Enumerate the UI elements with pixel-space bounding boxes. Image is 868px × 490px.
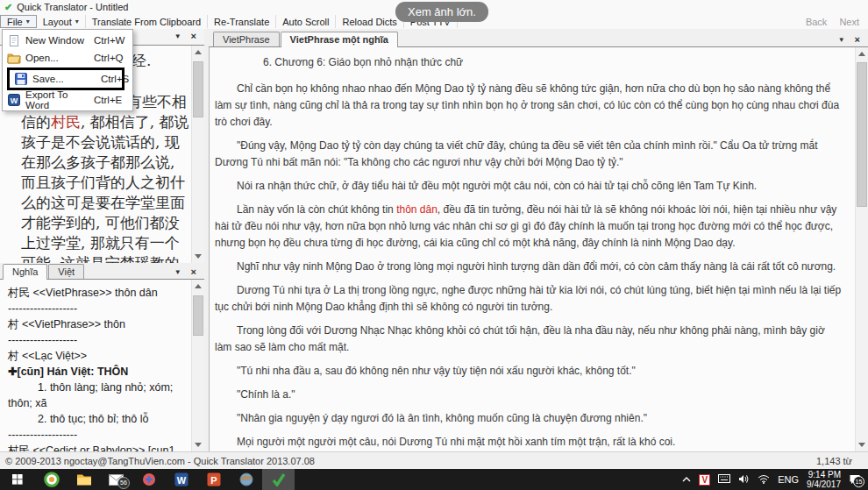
dict-entry: 1. thôn làng; làng nhỏ; xóm; thôn; xã <box>8 380 189 411</box>
globe-browser-icon[interactable] <box>230 469 262 490</box>
file-menu-item-save[interactable]: Save...Ctrl+S <box>7 67 125 90</box>
translation-panel: VietPhraseVietPhrase một nghĩa ▼ × 6. Ch… <box>209 29 868 451</box>
volume-icon[interactable] <box>738 474 750 486</box>
scroll-down-arrow[interactable] <box>192 250 204 263</box>
dict-entry: ✚[cūn] Hán Việt: THÔN <box>8 364 189 380</box>
file-explorer-icon[interactable] <box>68 469 100 490</box>
window-title: Quick Translator - Untitled <box>17 2 128 12</box>
dict-entry: ------------------- <box>8 332 189 348</box>
menu-reload-dicts[interactable]: Reload Dicts <box>336 15 403 28</box>
panel-menu-chevron-icon[interactable]: ▼ <box>174 32 181 40</box>
scroll-up-arrow[interactable] <box>192 46 204 59</box>
scroll-down-arrow[interactable] <box>856 438 868 451</box>
nav-next-button[interactable]: Next <box>839 17 859 27</box>
text-segment: Nói ra nhận thức chữ, ở đây tiểu hài tử … <box>237 180 757 192</box>
dict-entry: 2. thô tục; thô bỉ; thô lỗ <box>8 411 189 427</box>
quick-translator-icon[interactable] <box>262 469 295 490</box>
scroll-down-arrow[interactable] <box>192 438 204 451</box>
start-button[interactable] <box>0 469 35 490</box>
dict-entry: ------------------- <box>8 301 189 316</box>
paragraph: Chỉ cần bọn họ không nhao nhao đến Mộng … <box>215 81 843 131</box>
dictionary-tabstrip: NghĩaViệt ▼ × <box>0 263 204 280</box>
file-menu-item-export-to-word[interactable]: WExport To WordCtrl+E <box>3 91 132 109</box>
word-icon: W <box>3 94 25 106</box>
taskbar-apps: 56WP <box>35 469 295 490</box>
paragraph: Dương Tú nhi tựa ở La thị trong lồng ngự… <box>215 282 843 316</box>
tab-vietphrase-m-t-ngh-a[interactable]: VietPhrase một nghĩa <box>281 32 398 47</box>
status-copyright: © 2009-2013 ngoctay@TangThuVien.com - Qu… <box>5 456 315 466</box>
tab-vietphrase[interactable]: VietPhrase <box>213 32 280 46</box>
tab-vi-t[interactable]: Việt <box>48 264 84 279</box>
paragraph: 6. Chương 6: Giáo bọn nhỏ nhận thức chữ <box>215 54 843 71</box>
tray-chevron-up-icon[interactable] <box>682 474 691 485</box>
menu-item-label: Auto Scroll <box>282 17 329 27</box>
menu-auto-scroll[interactable]: Auto Scroll <box>276 15 336 28</box>
dictionary-scrollbar[interactable] <box>191 280 204 451</box>
file-menu-item-shortcut: Ctrl+Q <box>94 53 132 63</box>
highlighted-word: thôn dân <box>396 203 438 216</box>
svg-text:P: P <box>210 475 217 486</box>
menu-item-label: Reload Dicts <box>342 17 396 27</box>
panel-menu-chevron-icon[interactable]: ▼ <box>174 268 181 276</box>
menu-item-label: File <box>7 17 23 27</box>
powerpoint-icon[interactable]: P <box>197 469 230 490</box>
file-menu-item-shortcut: Ctrl+S <box>101 74 129 84</box>
panel-close-icon[interactable]: × <box>191 266 196 277</box>
tab-ngh-a[interactable]: Nghĩa <box>3 264 47 280</box>
dict-entry: 村民 <<VietPhrase>> thôn dân <box>8 285 189 301</box>
text-segment: "Đúng vậy, Mộng Dao tỷ tỷ còn dạy chúng … <box>215 139 818 168</box>
svg-text:W: W <box>11 96 18 105</box>
paragraph: Nói ra nhận thức chữ, ở đây tiểu hài tử … <box>215 178 843 195</box>
file-menu-item-shortcut: Ctrl+W <box>94 35 132 46</box>
menu-items: File▾Layout▾Translate From ClipboardRe-T… <box>0 14 458 29</box>
scroll-up-arrow[interactable] <box>192 280 204 293</box>
text-segment: , 都相信了, 都说孩子是不会说谎话的, 现在那么多孩子都那么说, 而且孩子们背… <box>21 113 189 263</box>
file-menu-item-new-window[interactable]: New WindowCtrl+W <box>3 32 132 49</box>
file-menu-item-open[interactable]: Open...Ctrl+Q <box>3 49 132 67</box>
wifi-icon[interactable] <box>758 474 770 486</box>
paragraph: "Đúng vậy, Mộng Dao tỷ tỷ còn dạy chúng … <box>215 138 843 171</box>
panel-close-icon[interactable]: × <box>191 31 196 41</box>
paragraph: "Tú nhi nha đầu a, sau đó không nên như … <box>215 363 843 380</box>
coccoc-browser-icon[interactable] <box>35 469 68 490</box>
view-large-image-button[interactable]: Xem ảnh lớn. <box>395 2 488 22</box>
menu-item-label: Layout <box>43 17 72 27</box>
scroll-up-arrow[interactable] <box>856 47 868 60</box>
paragraph: Nghĩ như vậy ninh Mộng Dao ở trong lòng … <box>215 259 843 275</box>
dictionary-content: 村民 <<VietPhrase>> thôn dân--------------… <box>0 280 191 451</box>
menu-re-translate[interactable]: Re-Translate <box>208 15 276 28</box>
touch-keyboard-icon[interactable] <box>718 474 730 485</box>
file-dropdown-menu: New WindowCtrl+WOpen...Ctrl+QSave...Ctrl… <box>2 29 133 111</box>
scroll-thumb[interactable] <box>857 62 867 207</box>
menu-layout[interactable]: Layout▾ <box>37 15 86 28</box>
source-scrollbar[interactable] <box>191 46 204 263</box>
menu-nav-buttons: BackNext <box>806 17 868 27</box>
unikey-icon[interactable]: V <box>699 474 710 486</box>
dict-entry: ------------------- <box>8 427 189 443</box>
open-folder-icon <box>3 53 25 64</box>
highlighted-word: 村民 <box>51 113 81 131</box>
mail-icon[interactable]: 56 <box>100 469 132 490</box>
language-indicator[interactable]: ENG <box>778 474 799 485</box>
paragraph: "Nhân gia nguyện ý dạy ngươi đó là ân tì… <box>215 410 843 427</box>
panel-menu-chevron-icon[interactable]: ▼ <box>838 36 845 44</box>
tray-date: 9/4/2017 <box>807 479 841 489</box>
word-icon[interactable]: W <box>165 469 197 490</box>
svg-text:W: W <box>176 475 186 486</box>
nav-back-button[interactable]: Back <box>806 17 827 27</box>
dictionary-panel: NghĩaViệt ▼ × 村民 <<VietPhrase>> thôn dân… <box>0 263 204 451</box>
text-segment: "Tú nhi nha đầu a, sau đó không nên như … <box>237 365 636 377</box>
text-segment: Mọi người một người một câu, nói Dương T… <box>237 436 675 448</box>
red-plus-app-icon[interactable] <box>132 469 165 490</box>
badge: 56 <box>117 477 130 489</box>
menu-file[interactable]: File▾ <box>0 15 37 28</box>
translation-scrollbar[interactable] <box>855 47 868 451</box>
taskbar: 56WP V ENG 9:14 PM 9/4/2017 15 <box>0 469 868 490</box>
scroll-thumb[interactable] <box>193 61 203 117</box>
panel-close-icon[interactable]: × <box>855 34 860 45</box>
action-center-icon[interactable]: 15 <box>849 474 861 485</box>
scroll-thumb[interactable] <box>193 295 203 336</box>
clock[interactable]: 9:14 PM 9/4/2017 <box>807 470 841 489</box>
menu-translate-from-clipboard[interactable]: Translate From Clipboard <box>86 15 208 28</box>
source-partial-line: 经. <box>132 51 191 71</box>
